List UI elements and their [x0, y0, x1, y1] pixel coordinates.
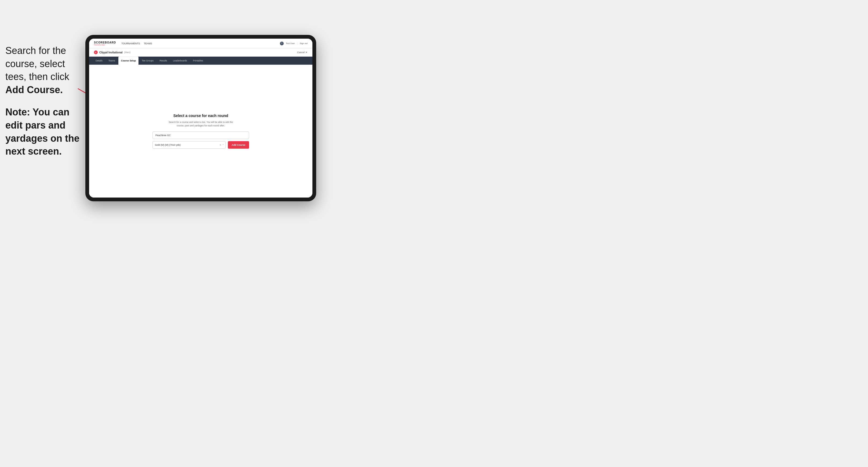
logo-sub: Powered by clippd — [94, 44, 116, 45]
navbar-right: T Test User | Sign out — [280, 41, 308, 45]
tab-teams[interactable]: Teams — [106, 57, 118, 65]
cancel-label: Cancel — [297, 51, 305, 54]
tab-tee-groups[interactable]: Tee Groups — [139, 57, 156, 65]
tee-select-wrapper: Gold (M) (M) (7010 yds) ✕ ⌃ — [152, 141, 226, 149]
user-name: Test User — [286, 42, 295, 44]
tab-course-setup[interactable]: Course Setup — [118, 57, 138, 65]
tablet-frame: SCOREBOARD Powered by clippd TOURNAMENTS… — [85, 35, 316, 201]
logo-title: SCOREBOARD — [94, 41, 116, 44]
tee-select-row: Gold (M) (M) (7010 yds) ✕ ⌃ Add Course — [152, 141, 249, 149]
tab-details[interactable]: Details — [93, 57, 105, 65]
tab-printables[interactable]: Printables — [190, 57, 206, 65]
main-content: Select a course for each round Search fo… — [89, 65, 312, 197]
tab-leaderboards[interactable]: Leaderboards — [170, 57, 190, 65]
section-title: Select a course for each round — [152, 114, 249, 118]
sign-out-link[interactable]: Sign out — [300, 42, 308, 44]
cancel-icon: ✕ — [305, 51, 308, 54]
tournament-name: Clippd Invitational — [99, 51, 123, 54]
tournament-title: C Clippd Invitational (Men) — [94, 51, 130, 54]
navbar: SCOREBOARD Powered by clippd TOURNAMENTS… — [89, 39, 312, 48]
note-text: Note: You canedit pars andyardages on th… — [5, 106, 85, 158]
course-section: Select a course for each round Search fo… — [152, 114, 249, 149]
logo: SCOREBOARD Powered by clippd — [94, 41, 116, 45]
separator: | — [297, 42, 298, 44]
tablet-screen: SCOREBOARD Powered by clippd TOURNAMENTS… — [89, 39, 312, 197]
nav-tournaments[interactable]: TOURNAMENTS — [121, 42, 140, 45]
navbar-left: SCOREBOARD Powered by clippd TOURNAMENTS… — [94, 41, 152, 45]
tab-results[interactable]: Results — [157, 57, 169, 65]
left-instructions: Search for thecourse, selecttees, then c… — [5, 44, 85, 158]
section-description: Search for a course and select a tee. Yo… — [152, 121, 249, 127]
tab-nav: Details Teams Course Setup Tee Groups Re… — [89, 57, 312, 65]
tournament-icon: C — [94, 51, 98, 54]
nav-teams[interactable]: TEAMS — [144, 42, 152, 45]
add-course-button[interactable]: Add Course — [228, 141, 249, 149]
instruction-text: Search for thecourse, selecttees, then c… — [5, 44, 85, 96]
course-search-input[interactable] — [152, 131, 249, 139]
tournament-header: C Clippd Invitational (Men) Cancel ✕ — [89, 48, 312, 57]
cancel-button[interactable]: Cancel ✕ — [297, 51, 308, 54]
tournament-type: (Men) — [124, 51, 131, 54]
user-avatar: T — [280, 41, 284, 45]
tee-select[interactable]: Gold (M) (M) (7010 yds) — [152, 141, 226, 149]
instruction-bold: Add Course. — [5, 84, 63, 95]
nav-links: TOURNAMENTS TEAMS — [121, 42, 152, 45]
